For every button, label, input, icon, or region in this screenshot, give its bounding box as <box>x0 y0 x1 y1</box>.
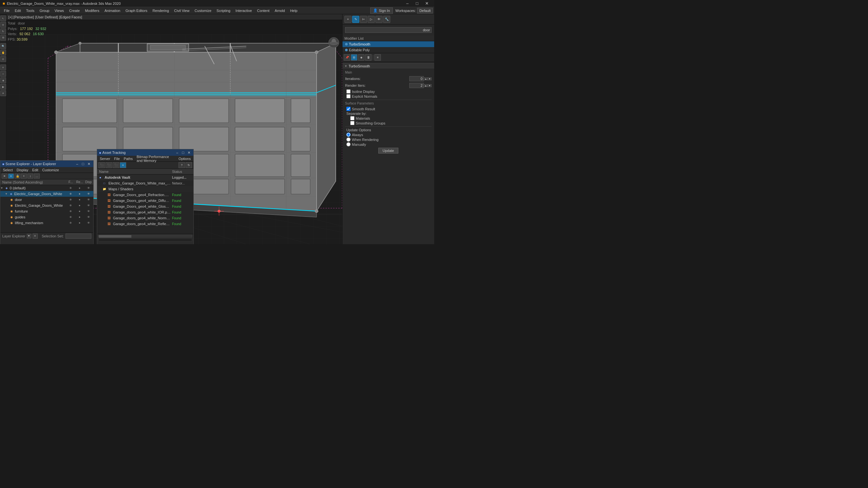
at-tool-3[interactable]: ⬛ <box>113 162 119 168</box>
menu-graph-editors[interactable]: Graph Editors <box>123 7 150 14</box>
zoom-btn[interactable]: 🔍 <box>0 43 6 49</box>
signin-button[interactable]: 👤 Sign In <box>370 7 393 14</box>
show-end-result-btn[interactable]: ⊞ <box>351 54 357 61</box>
render-iters-up[interactable]: ▲ <box>424 84 428 87</box>
selection-set-input[interactable] <box>65 233 91 239</box>
se-display-door[interactable]: 👁 <box>84 198 93 201</box>
at-tool-help[interactable]: ? <box>179 162 185 168</box>
update-button[interactable]: Update <box>378 148 398 154</box>
iterations-input[interactable] <box>409 76 424 81</box>
menu-tools[interactable]: Tools <box>24 7 37 14</box>
minimize-button[interactable]: – <box>403 0 412 7</box>
menu-customize[interactable]: Customize <box>192 7 214 14</box>
se-freeze-furniture[interactable]: ❄ <box>66 210 75 213</box>
turbosmooth-header[interactable]: ▼ TurboSmooth <box>342 63 434 69</box>
menu-arnold[interactable]: Arnold <box>272 7 288 14</box>
se-render-garage[interactable]: ● <box>75 192 84 195</box>
se-sort-btn[interactable]: ↕ <box>27 173 33 179</box>
at-menu-options[interactable]: Options <box>177 157 192 161</box>
light-btn[interactable]: ☀ <box>0 90 6 96</box>
se-display-lifting[interactable]: 👁 <box>84 221 93 225</box>
se-display-default[interactable]: 👁 <box>84 187 93 190</box>
se-row-garage-obj[interactable]: ◉ Electric_Garage_Doors_White ❄ ● 👁 <box>0 202 93 208</box>
se-freeze-guides[interactable]: ❄ <box>66 216 75 219</box>
se-freeze-lifting[interactable]: ❄ <box>66 221 75 225</box>
when-rendering-radio[interactable] <box>346 137 350 141</box>
se-row-door[interactable]: ◉ door ❄ ● 👁 <box>0 197 93 202</box>
menu-animation[interactable]: Animation <box>102 7 123 14</box>
menu-help[interactable]: Help <box>288 7 300 14</box>
remove-modifier-btn[interactable]: 🗑 <box>365 54 372 61</box>
material-btn[interactable]: ◈ <box>0 77 6 83</box>
at-tool-list[interactable]: ≡ <box>120 162 126 168</box>
isoline-display-checkbox[interactable] <box>346 89 350 94</box>
se-freeze-door[interactable]: ❄ <box>66 198 75 201</box>
at-tool-2[interactable]: ⬛ <box>105 162 112 168</box>
se-menu-edit[interactable]: Edit <box>31 168 40 172</box>
se-freeze-garage-obj[interactable]: ❄ <box>66 204 75 207</box>
at-row-vault[interactable]: ■ Autodesk Vault Logged... <box>97 174 193 180</box>
make-unique-btn[interactable]: ◈ <box>358 54 365 61</box>
utilities-btn[interactable]: 🔧 <box>383 16 390 23</box>
at-row-maps[interactable]: 📁 Maps / Shaders <box>97 186 193 192</box>
se-render-garage-obj[interactable]: ● <box>75 204 84 207</box>
orbit-btn[interactable]: ⊙ <box>0 56 6 62</box>
se-render-guides[interactable]: ● <box>75 216 84 219</box>
se-minimize-btn[interactable]: – <box>74 161 80 166</box>
menu-file[interactable]: File <box>1 7 12 14</box>
menu-views[interactable]: Views <box>52 7 66 14</box>
se-row-default[interactable]: ▼ ◈ 0 (default) ❄ ● 👁 <box>0 185 93 191</box>
select-tool-btn[interactable]: ↖ <box>0 15 6 21</box>
modifier-editable-poly[interactable]: Editable Poly <box>342 47 434 53</box>
scale-tool-btn[interactable]: ⧉ <box>0 35 6 41</box>
se-close-btn[interactable]: ✕ <box>86 161 91 166</box>
se-row-furniture[interactable]: ◉ furniture ❄ ● 👁 <box>0 208 93 214</box>
manually-radio[interactable] <box>346 142 350 147</box>
at-menu-bitmap[interactable]: Bitmap Performance and Memory <box>135 155 176 163</box>
menu-interactive[interactable]: Interactive <box>233 7 255 14</box>
display-btn[interactable]: 👁 <box>375 16 382 23</box>
at-row-reflection[interactable]: 🖼 Garage_doors_geo4_white_Reflection.png… <box>97 221 193 227</box>
se-lock-btn[interactable]: 🔒 <box>14 173 20 179</box>
at-row-max-file[interactable]: □ Electric_Garage_Doors_White_max_vray.m… <box>97 180 193 186</box>
explicit-normals-checkbox[interactable] <box>346 94 350 98</box>
configure-btn[interactable]: ≡ <box>374 54 381 61</box>
se-freeze-default[interactable]: ❄ <box>66 187 75 190</box>
se-row-guides[interactable]: ◉ guides ❄ ● 👁 <box>0 214 93 220</box>
motion-btn[interactable]: ▷ <box>368 16 375 23</box>
menu-edit[interactable]: Edit <box>12 7 24 14</box>
iterations-up[interactable]: ▲ <box>424 77 428 80</box>
iterations-down[interactable]: ▼ <box>428 77 432 80</box>
at-menu-file[interactable]: File <box>113 157 121 161</box>
modifier-turbsmooth[interactable]: TurboSmooth <box>342 41 434 47</box>
at-tool-refresh[interactable]: ↻ <box>186 162 192 168</box>
se-render-default[interactable]: ● <box>75 187 84 190</box>
menu-scripting[interactable]: Scripting <box>214 7 233 14</box>
se-display-garage-obj[interactable]: 👁 <box>84 204 93 207</box>
create-btn[interactable]: + <box>0 71 6 77</box>
at-row-glossiness[interactable]: 🖼 Garage_Doors_geo4_white_Glossiness.png… <box>97 203 193 209</box>
pin-modifier-btn[interactable]: 📌 <box>344 54 350 61</box>
layer-btn[interactable]: ≡ <box>0 65 6 70</box>
window-controls[interactable]: – □ ✕ <box>403 0 432 7</box>
se-menu-display[interactable]: Display <box>16 168 30 172</box>
menu-content[interactable]: Content <box>254 7 272 14</box>
se-layer-btn2[interactable]: ≡ <box>33 233 38 239</box>
se-add-btn[interactable]: + <box>21 173 27 179</box>
at-row-normal[interactable]: 🖼 Garage_doors_geo4_white_Normal.png Fou… <box>97 215 193 221</box>
se-menu-customize[interactable]: Customize <box>41 168 60 172</box>
modifier-search-input[interactable] <box>345 27 432 33</box>
se-freeze-garage[interactable]: ❄ <box>66 192 75 195</box>
se-display-furniture[interactable]: 👁 <box>84 210 93 213</box>
pan-btn[interactable]: ✋ <box>0 50 6 56</box>
at-row-refraction[interactable]: 🖼 Garage_Doors_geo4_Refraction.png Found <box>97 192 193 198</box>
se-render-furniture[interactable]: ● <box>75 210 84 213</box>
materials-checkbox[interactable] <box>350 116 354 120</box>
modify-tab-btn active[interactable]: ✎ <box>352 16 359 23</box>
menu-modifiers[interactable]: Modifiers <box>82 7 102 14</box>
at-row-ior[interactable]: 🖼 Garage_doors_geo4_white_IOR.png Found <box>97 209 193 215</box>
render-iters-down[interactable]: ▼ <box>428 84 432 87</box>
se-display-garage[interactable]: 👁 <box>84 192 93 195</box>
always-radio[interactable] <box>346 133 350 137</box>
at-close-btn[interactable]: ✕ <box>186 150 191 155</box>
